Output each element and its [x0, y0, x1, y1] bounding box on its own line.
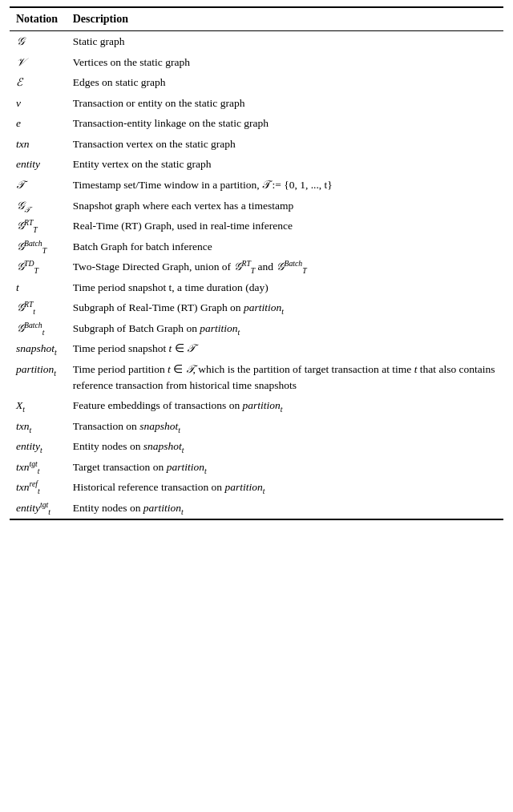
- notation-cell: 𝒢RTt: [10, 297, 67, 318]
- notation-cell: ℰ: [10, 72, 67, 93]
- notation-cell: txntgtt: [10, 457, 67, 478]
- notation-cell: 𝒢RTT: [10, 216, 67, 236]
- notation-cell: txn: [10, 134, 67, 155]
- description-cell: Target transaction on partitiont: [67, 457, 503, 478]
- notation-cell: 𝒯: [10, 175, 67, 196]
- header-notation: Notation: [10, 7, 67, 31]
- notation-cell: entitytgtt: [10, 498, 67, 519]
- notation-cell: entityt: [10, 436, 67, 457]
- table-row: 𝒢RTtSubgraph of Real-Time (RT) Graph on …: [10, 297, 503, 318]
- description-cell: Transaction on snapshott: [67, 416, 503, 437]
- description-cell: Two-Stage Directed Graph, union of 𝒢RTT …: [67, 257, 503, 277]
- description-cell: Vertices on the static graph: [67, 52, 503, 73]
- notation-cell: Xt: [10, 395, 67, 416]
- table-row: txnreftHistorical reference transaction …: [10, 477, 503, 498]
- notation-cell: v: [10, 93, 67, 114]
- notation-cell: 𝒢𝒯: [10, 196, 67, 216]
- description-cell: Snapshot graph where each vertex has a t…: [67, 196, 503, 216]
- notation-cell: 𝒢BatchT: [10, 236, 67, 257]
- description-cell: Entity nodes on partitiont: [67, 498, 503, 519]
- description-cell: Time period snapshot t, a time duration …: [67, 277, 503, 298]
- description-cell: Time period partition t ∈ 𝒯, which is th…: [67, 359, 503, 395]
- table-row: txntTransaction on snapshott: [10, 416, 503, 437]
- notation-cell: 𝒢Batcht: [10, 318, 67, 339]
- notation-cell: txnt: [10, 416, 67, 437]
- notation-cell: entity: [10, 154, 67, 175]
- description-cell: Time period snapshot t ∈ 𝒯: [67, 338, 503, 359]
- notation-cell: txnreft: [10, 477, 67, 498]
- notation-table: Notation Description 𝒢Static graph𝒱Verti…: [10, 6, 503, 520]
- description-cell: Entity vertex on the static graph: [67, 154, 503, 175]
- description-cell: Edges on static graph: [67, 72, 503, 93]
- notation-cell: snapshott: [10, 338, 67, 359]
- description-cell: Timestamp set/Time window in a partition…: [67, 175, 503, 196]
- table-row: 𝒢Static graph: [10, 31, 503, 52]
- table-row: snapshottTime period snapshot t ∈ 𝒯: [10, 338, 503, 359]
- table-row: partitiontTime period partition t ∈ 𝒯, w…: [10, 359, 503, 395]
- table-header-row: Notation Description: [10, 7, 503, 31]
- table-row: 𝒢BatchTBatch Graph for batch inference: [10, 236, 503, 257]
- description-cell: Static graph: [67, 31, 503, 52]
- description-cell: Subgraph of Real-Time (RT) Graph on part…: [67, 297, 503, 318]
- description-cell: Subgraph of Batch Graph on partitiont: [67, 318, 503, 339]
- table-row: vTransaction or entity on the static gra…: [10, 93, 503, 114]
- header-description: Description: [67, 7, 503, 31]
- table-row: txntgttTarget transaction on partitiont: [10, 457, 503, 478]
- table-row: 𝒯Timestamp set/Time window in a partitio…: [10, 175, 503, 196]
- description-cell: Transaction-entity linkage on the static…: [67, 113, 503, 134]
- table-row: entityEntity vertex on the static graph: [10, 154, 503, 175]
- table-row: ℰEdges on static graph: [10, 72, 503, 93]
- table-row: XtFeature embeddings of transactions on …: [10, 395, 503, 416]
- table-row: txnTransaction vertex on the static grap…: [10, 134, 503, 155]
- description-cell: Entity nodes on snapshott: [67, 436, 503, 457]
- description-cell: Real-Time (RT) Graph, used in real-time …: [67, 216, 503, 236]
- table-row: tTime period snapshot t, a time duration…: [10, 277, 503, 298]
- table-row: entitytEntity nodes on snapshott: [10, 436, 503, 457]
- description-cell: Feature embeddings of transactions on pa…: [67, 395, 503, 416]
- notation-cell: 𝒢: [10, 31, 67, 52]
- table-row: 𝒱Vertices on the static graph: [10, 52, 503, 73]
- notation-cell: partitiont: [10, 359, 67, 395]
- description-cell: Transaction or entity on the static grap…: [67, 93, 503, 114]
- description-cell: Transaction vertex on the static graph: [67, 134, 503, 155]
- table-row: entitytgttEntity nodes on partitiont: [10, 498, 503, 519]
- table-row: 𝒢𝒯Snapshot graph where each vertex has a…: [10, 196, 503, 216]
- notation-cell: 𝒱: [10, 52, 67, 73]
- table-row: eTransaction-entity linkage on the stati…: [10, 113, 503, 134]
- table-row: 𝒢TDTTwo-Stage Directed Graph, union of 𝒢…: [10, 257, 503, 277]
- notation-cell: t: [10, 277, 67, 298]
- notation-cell: 𝒢TDT: [10, 257, 67, 277]
- table-row: 𝒢BatchtSubgraph of Batch Graph on partit…: [10, 318, 503, 339]
- description-cell: Batch Graph for batch inference: [67, 236, 503, 257]
- table-row: 𝒢RTTReal-Time (RT) Graph, used in real-t…: [10, 216, 503, 236]
- description-cell: Historical reference transaction on part…: [67, 477, 503, 498]
- notation-cell: e: [10, 113, 67, 134]
- notation-table-container: Notation Description 𝒢Static graph𝒱Verti…: [0, 0, 513, 527]
